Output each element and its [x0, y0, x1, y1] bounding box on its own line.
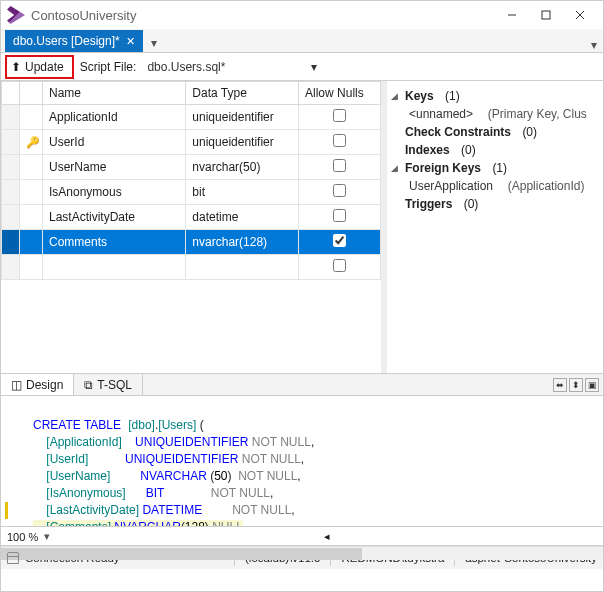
- cell-datatype[interactable]: nvarchar(128): [186, 230, 299, 255]
- columns-header-row: Name Data Type Allow Nulls: [2, 82, 381, 105]
- connection-icon: [7, 552, 19, 564]
- zoom-bar: 100 % ▾ ◂: [1, 526, 603, 546]
- designer-toolbar: ⬆ Update Script File: dbo.Users.sql* ▾: [1, 53, 603, 81]
- vs-logo-icon: [7, 6, 25, 24]
- document-tab-label: dbo.Users [Design]*: [13, 34, 120, 48]
- update-icon: ⬆: [11, 60, 21, 74]
- nav-left-icon[interactable]: ◂: [324, 530, 330, 543]
- scriptfile-dropdown[interactable]: dbo.Users.sql* ▾: [142, 58, 322, 76]
- expand-pane-button[interactable]: ▣: [585, 378, 599, 392]
- horizontal-scrollbar[interactable]: [1, 546, 603, 560]
- allow-nulls-checkbox[interactable]: [333, 184, 346, 197]
- tab-list-button[interactable]: ▾: [591, 38, 597, 52]
- cell-datatype[interactable]: uniqueidentifier: [186, 130, 299, 155]
- allow-nulls-checkbox[interactable]: [333, 234, 346, 247]
- table-row[interactable]: Comments nvarchar(128): [2, 230, 381, 255]
- table-row[interactable]: ApplicationId uniqueidentifier: [2, 105, 381, 130]
- zoom-value[interactable]: 100 %: [7, 531, 38, 543]
- table-row[interactable]: IsAnonymous bit: [2, 180, 381, 205]
- split-horizontal-button[interactable]: ⬌: [553, 378, 567, 392]
- table-properties-pane[interactable]: ◢Keys (1) <unnamed> (Primary Key, Clus C…: [387, 81, 603, 373]
- document-tab-strip: dbo.Users [Design]* ✕ ▾ ▾: [1, 29, 603, 53]
- table-row[interactable]: 🔑 UserId uniqueidentifier: [2, 130, 381, 155]
- keys-node[interactable]: ◢Keys (1): [391, 87, 599, 105]
- cell-name[interactable]: UserName: [42, 155, 185, 180]
- title-bar: ContosoUniversity: [1, 1, 603, 29]
- cell-name[interactable]: Comments: [42, 230, 185, 255]
- foreign-keys-node[interactable]: ◢Foreign Keys (1): [391, 159, 599, 177]
- indexes-node[interactable]: Indexes (0): [391, 141, 599, 159]
- triggers-node[interactable]: Triggers (0): [391, 195, 599, 213]
- table-row[interactable]: UserName nvarchar(50): [2, 155, 381, 180]
- window-title: ContosoUniversity: [31, 8, 137, 23]
- table-row-new[interactable]: [2, 255, 381, 280]
- col-header-name[interactable]: Name: [42, 82, 185, 105]
- col-header-allownulls[interactable]: Allow Nulls: [299, 82, 381, 105]
- cell-datatype[interactable]: bit: [186, 180, 299, 205]
- tab-overflow-button[interactable]: ▾: [147, 34, 161, 52]
- cell-datatype[interactable]: datetime: [186, 205, 299, 230]
- update-button[interactable]: ⬆ Update: [5, 55, 74, 79]
- maximize-button[interactable]: [529, 5, 563, 25]
- cell-datatype[interactable]: uniqueidentifier: [186, 105, 299, 130]
- tab-design[interactable]: ◫Design: [1, 374, 74, 395]
- foreign-keys-child[interactable]: UserApplication (ApplicationId): [391, 177, 599, 195]
- design-icon: ◫: [11, 378, 22, 392]
- svg-rect-1: [542, 11, 550, 19]
- document-tab[interactable]: dbo.Users [Design]* ✕: [5, 30, 143, 52]
- scriptfile-label: Script File:: [80, 60, 137, 74]
- check-constraints-node[interactable]: Check Constraints (0): [391, 123, 599, 141]
- allow-nulls-checkbox[interactable]: [333, 134, 346, 147]
- allow-nulls-checkbox[interactable]: [333, 259, 346, 272]
- keys-child[interactable]: <unnamed> (Primary Key, Clus: [391, 105, 599, 123]
- change-marker: [5, 502, 8, 519]
- split-vertical-button[interactable]: ⬍: [569, 378, 583, 392]
- close-button[interactable]: [563, 5, 597, 25]
- cell-datatype[interactable]: nvarchar(50): [186, 155, 299, 180]
- table-row[interactable]: LastActivityDate datetime: [2, 205, 381, 230]
- sql-editor[interactable]: CREATE TABLE [dbo].[Users] ( [Applicatio…: [1, 396, 603, 526]
- chevron-down-icon: ▾: [311, 60, 317, 74]
- columns-grid[interactable]: Name Data Type Allow Nulls ApplicationId…: [1, 81, 387, 373]
- close-tab-icon[interactable]: ✕: [126, 35, 135, 48]
- allow-nulls-checkbox[interactable]: [333, 159, 346, 172]
- expand-icon[interactable]: ◢: [391, 91, 401, 101]
- chevron-down-icon[interactable]: ▾: [44, 530, 50, 543]
- cell-name[interactable]: LastActivityDate: [42, 205, 185, 230]
- col-header-datatype[interactable]: Data Type: [186, 82, 299, 105]
- allow-nulls-checkbox[interactable]: [333, 209, 346, 222]
- scriptfile-value: dbo.Users.sql*: [147, 60, 225, 74]
- tab-tsql[interactable]: ⧉T-SQL: [74, 374, 143, 395]
- cell-name[interactable]: IsAnonymous: [42, 180, 185, 205]
- minimize-button[interactable]: [495, 5, 529, 25]
- bottom-tab-strip: ◫Design ⧉T-SQL ⬌ ⬍ ▣: [1, 374, 603, 396]
- expand-icon[interactable]: ◢: [391, 163, 401, 173]
- allow-nulls-checkbox[interactable]: [333, 109, 346, 122]
- cell-name[interactable]: ApplicationId: [42, 105, 185, 130]
- scrollbar-thumb[interactable]: [1, 548, 362, 560]
- cell-name[interactable]: UserId: [42, 130, 185, 155]
- primary-key-icon: 🔑: [20, 130, 43, 155]
- update-button-label: Update: [25, 60, 64, 74]
- tsql-icon: ⧉: [84, 378, 93, 392]
